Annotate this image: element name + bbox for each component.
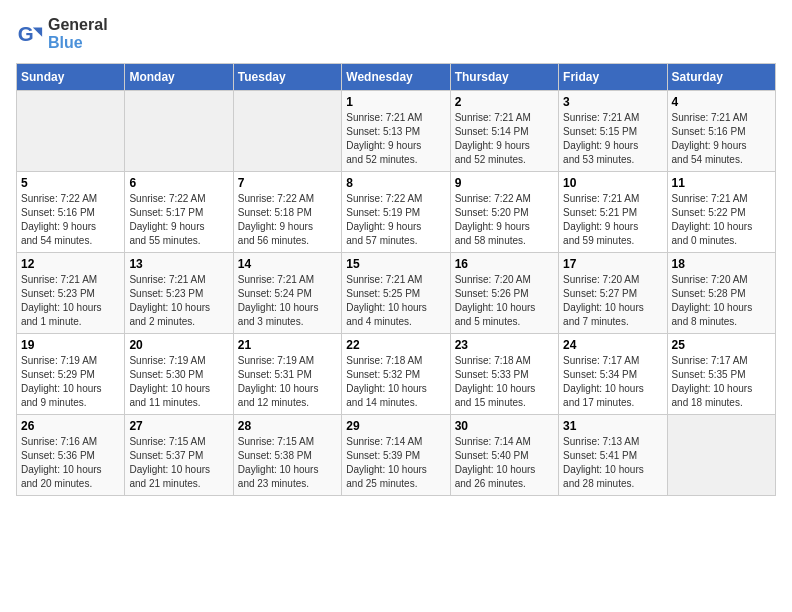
day-number: 22 xyxy=(346,338,445,352)
day-cell: 5Sunrise: 7:22 AMSunset: 5:16 PMDaylight… xyxy=(17,172,125,253)
day-info: Sunrise: 7:19 AMSunset: 5:30 PMDaylight:… xyxy=(129,354,228,410)
day-cell: 29Sunrise: 7:14 AMSunset: 5:39 PMDayligh… xyxy=(342,415,450,496)
day-info: Sunrise: 7:17 AMSunset: 5:35 PMDaylight:… xyxy=(672,354,771,410)
svg-marker-1 xyxy=(33,27,42,36)
day-number: 1 xyxy=(346,95,445,109)
col-header-monday: Monday xyxy=(125,64,233,91)
day-cell: 10Sunrise: 7:21 AMSunset: 5:21 PMDayligh… xyxy=(559,172,667,253)
day-info: Sunrise: 7:21 AMSunset: 5:25 PMDaylight:… xyxy=(346,273,445,329)
calendar-table: SundayMondayTuesdayWednesdayThursdayFrid… xyxy=(16,63,776,496)
day-cell: 1Sunrise: 7:21 AMSunset: 5:13 PMDaylight… xyxy=(342,91,450,172)
header: G General Blue xyxy=(16,16,776,51)
day-number: 6 xyxy=(129,176,228,190)
day-number: 3 xyxy=(563,95,662,109)
day-info: Sunrise: 7:22 AMSunset: 5:18 PMDaylight:… xyxy=(238,192,337,248)
day-info: Sunrise: 7:19 AMSunset: 5:29 PMDaylight:… xyxy=(21,354,120,410)
day-number: 15 xyxy=(346,257,445,271)
day-number: 21 xyxy=(238,338,337,352)
day-cell: 30Sunrise: 7:14 AMSunset: 5:40 PMDayligh… xyxy=(450,415,558,496)
day-number: 25 xyxy=(672,338,771,352)
day-number: 5 xyxy=(21,176,120,190)
day-number: 27 xyxy=(129,419,228,433)
day-number: 9 xyxy=(455,176,554,190)
day-cell xyxy=(233,91,341,172)
day-info: Sunrise: 7:20 AMSunset: 5:27 PMDaylight:… xyxy=(563,273,662,329)
day-cell: 8Sunrise: 7:22 AMSunset: 5:19 PMDaylight… xyxy=(342,172,450,253)
col-header-wednesday: Wednesday xyxy=(342,64,450,91)
svg-text:G: G xyxy=(18,21,34,44)
day-cell: 7Sunrise: 7:22 AMSunset: 5:18 PMDaylight… xyxy=(233,172,341,253)
week-row-4: 19Sunrise: 7:19 AMSunset: 5:29 PMDayligh… xyxy=(17,334,776,415)
day-info: Sunrise: 7:21 AMSunset: 5:24 PMDaylight:… xyxy=(238,273,337,329)
day-info: Sunrise: 7:22 AMSunset: 5:20 PMDaylight:… xyxy=(455,192,554,248)
day-cell: 11Sunrise: 7:21 AMSunset: 5:22 PMDayligh… xyxy=(667,172,775,253)
day-cell xyxy=(125,91,233,172)
day-cell: 28Sunrise: 7:15 AMSunset: 5:38 PMDayligh… xyxy=(233,415,341,496)
col-header-friday: Friday xyxy=(559,64,667,91)
day-cell xyxy=(17,91,125,172)
week-row-3: 12Sunrise: 7:21 AMSunset: 5:23 PMDayligh… xyxy=(17,253,776,334)
day-cell: 25Sunrise: 7:17 AMSunset: 5:35 PMDayligh… xyxy=(667,334,775,415)
day-number: 29 xyxy=(346,419,445,433)
day-info: Sunrise: 7:16 AMSunset: 5:36 PMDaylight:… xyxy=(21,435,120,491)
day-info: Sunrise: 7:22 AMSunset: 5:16 PMDaylight:… xyxy=(21,192,120,248)
logo: G General Blue xyxy=(16,16,108,51)
day-cell: 23Sunrise: 7:18 AMSunset: 5:33 PMDayligh… xyxy=(450,334,558,415)
day-info: Sunrise: 7:15 AMSunset: 5:37 PMDaylight:… xyxy=(129,435,228,491)
day-number: 14 xyxy=(238,257,337,271)
day-cell: 4Sunrise: 7:21 AMSunset: 5:16 PMDaylight… xyxy=(667,91,775,172)
day-cell: 27Sunrise: 7:15 AMSunset: 5:37 PMDayligh… xyxy=(125,415,233,496)
day-info: Sunrise: 7:21 AMSunset: 5:21 PMDaylight:… xyxy=(563,192,662,248)
day-number: 26 xyxy=(21,419,120,433)
day-info: Sunrise: 7:21 AMSunset: 5:23 PMDaylight:… xyxy=(129,273,228,329)
day-number: 19 xyxy=(21,338,120,352)
day-cell: 12Sunrise: 7:21 AMSunset: 5:23 PMDayligh… xyxy=(17,253,125,334)
day-number: 4 xyxy=(672,95,771,109)
day-cell: 31Sunrise: 7:13 AMSunset: 5:41 PMDayligh… xyxy=(559,415,667,496)
day-info: Sunrise: 7:21 AMSunset: 5:13 PMDaylight:… xyxy=(346,111,445,167)
week-row-2: 5Sunrise: 7:22 AMSunset: 5:16 PMDaylight… xyxy=(17,172,776,253)
day-info: Sunrise: 7:22 AMSunset: 5:17 PMDaylight:… xyxy=(129,192,228,248)
day-cell: 13Sunrise: 7:21 AMSunset: 5:23 PMDayligh… xyxy=(125,253,233,334)
day-number: 28 xyxy=(238,419,337,433)
day-number: 24 xyxy=(563,338,662,352)
col-header-sunday: Sunday xyxy=(17,64,125,91)
day-number: 23 xyxy=(455,338,554,352)
day-number: 11 xyxy=(672,176,771,190)
day-number: 17 xyxy=(563,257,662,271)
day-number: 31 xyxy=(563,419,662,433)
day-info: Sunrise: 7:18 AMSunset: 5:33 PMDaylight:… xyxy=(455,354,554,410)
day-cell: 19Sunrise: 7:19 AMSunset: 5:29 PMDayligh… xyxy=(17,334,125,415)
day-cell: 24Sunrise: 7:17 AMSunset: 5:34 PMDayligh… xyxy=(559,334,667,415)
day-number: 13 xyxy=(129,257,228,271)
day-cell: 18Sunrise: 7:20 AMSunset: 5:28 PMDayligh… xyxy=(667,253,775,334)
day-cell: 3Sunrise: 7:21 AMSunset: 5:15 PMDaylight… xyxy=(559,91,667,172)
day-info: Sunrise: 7:20 AMSunset: 5:26 PMDaylight:… xyxy=(455,273,554,329)
day-cell: 9Sunrise: 7:22 AMSunset: 5:20 PMDaylight… xyxy=(450,172,558,253)
day-info: Sunrise: 7:21 AMSunset: 5:22 PMDaylight:… xyxy=(672,192,771,248)
logo-icon: G xyxy=(16,20,44,48)
day-info: Sunrise: 7:20 AMSunset: 5:28 PMDaylight:… xyxy=(672,273,771,329)
day-info: Sunrise: 7:19 AMSunset: 5:31 PMDaylight:… xyxy=(238,354,337,410)
day-number: 20 xyxy=(129,338,228,352)
day-number: 8 xyxy=(346,176,445,190)
day-cell xyxy=(667,415,775,496)
day-info: Sunrise: 7:21 AMSunset: 5:16 PMDaylight:… xyxy=(672,111,771,167)
day-cell: 2Sunrise: 7:21 AMSunset: 5:14 PMDaylight… xyxy=(450,91,558,172)
day-number: 30 xyxy=(455,419,554,433)
day-cell: 16Sunrise: 7:20 AMSunset: 5:26 PMDayligh… xyxy=(450,253,558,334)
day-info: Sunrise: 7:21 AMSunset: 5:14 PMDaylight:… xyxy=(455,111,554,167)
logo-text: General Blue xyxy=(48,16,108,51)
day-cell: 20Sunrise: 7:19 AMSunset: 5:30 PMDayligh… xyxy=(125,334,233,415)
col-header-thursday: Thursday xyxy=(450,64,558,91)
day-info: Sunrise: 7:18 AMSunset: 5:32 PMDaylight:… xyxy=(346,354,445,410)
day-info: Sunrise: 7:14 AMSunset: 5:39 PMDaylight:… xyxy=(346,435,445,491)
day-cell: 6Sunrise: 7:22 AMSunset: 5:17 PMDaylight… xyxy=(125,172,233,253)
week-row-5: 26Sunrise: 7:16 AMSunset: 5:36 PMDayligh… xyxy=(17,415,776,496)
day-cell: 22Sunrise: 7:18 AMSunset: 5:32 PMDayligh… xyxy=(342,334,450,415)
week-row-1: 1Sunrise: 7:21 AMSunset: 5:13 PMDaylight… xyxy=(17,91,776,172)
day-cell: 21Sunrise: 7:19 AMSunset: 5:31 PMDayligh… xyxy=(233,334,341,415)
day-number: 2 xyxy=(455,95,554,109)
day-info: Sunrise: 7:15 AMSunset: 5:38 PMDaylight:… xyxy=(238,435,337,491)
col-header-tuesday: Tuesday xyxy=(233,64,341,91)
